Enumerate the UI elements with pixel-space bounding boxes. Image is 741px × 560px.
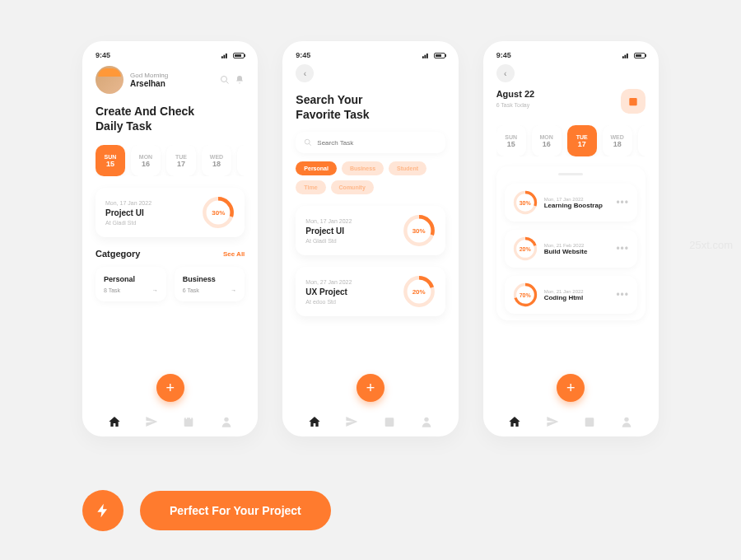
send-icon[interactable] <box>145 415 158 428</box>
progress-ring: 20% <box>513 236 538 261</box>
add-button[interactable]: + <box>557 374 585 402</box>
send-icon[interactable] <box>546 415 559 428</box>
cta-button[interactable]: Perfect For Your Project <box>140 491 331 530</box>
project-sub: At edoo Std <box>305 299 352 305</box>
project-date: Mon, 17 Jan 2022 <box>105 200 151 206</box>
day-chip[interactable]: MON16 <box>532 125 562 156</box>
task-title: Coding Html <box>544 294 610 301</box>
back-button[interactable]: ‹ <box>496 64 515 82</box>
back-button[interactable]: ‹ <box>296 64 314 82</box>
home-icon[interactable] <box>108 415 121 428</box>
day-chip[interactable]: TUE17 <box>166 145 196 176</box>
progress-pct: 30% <box>412 227 426 235</box>
day-picker: SUN15MON16TUE17WED18TUU15 <box>496 125 645 156</box>
progress-pct: 20% <box>412 288 426 296</box>
task-row[interactable]: 20%Mon, 21 Feb 2022Build Website••• <box>505 230 637 268</box>
day-chip[interactable]: WED18 <box>603 125 632 156</box>
project-date: Mon, 17 Jan 2022 <box>305 218 352 224</box>
task-row[interactable]: 70%Mon, 21 Jan 2022Coding Html••• <box>505 276 637 314</box>
day-label: SUN <box>105 154 117 160</box>
day-num: 18 <box>613 140 622 148</box>
phone-calendar: 9:45 ‹ Agust 22 6 Task Today SUN15MON16T… <box>483 41 659 436</box>
svg-rect-1 <box>224 54 226 58</box>
battery-icon <box>233 53 245 58</box>
battery-icon <box>634 53 645 58</box>
day-chip[interactable]: WED18 <box>202 145 231 176</box>
project-title: Project UI <box>105 208 151 217</box>
bottom-nav <box>496 415 645 428</box>
home-icon[interactable] <box>508 415 521 428</box>
filter-chip[interactable]: Business <box>342 161 384 175</box>
home-icon[interactable] <box>308 415 321 428</box>
add-button[interactable]: + <box>156 374 184 402</box>
day-label: WED <box>610 134 623 140</box>
progress-ring: 20% <box>403 275 436 308</box>
more-icon[interactable]: ••• <box>616 243 629 254</box>
svg-point-3 <box>221 77 227 82</box>
day-chip[interactable]: TU15 <box>237 145 245 176</box>
project-card[interactable]: Mon, 17 Jan 2022 Project UI At Gladi Std… <box>96 188 245 237</box>
see-all-link[interactable]: See All <box>223 250 245 258</box>
search-icon[interactable] <box>220 75 230 85</box>
arrow-icon: → <box>231 287 236 293</box>
category-list: Personal8 Task→Business6 Task→ <box>96 267 245 301</box>
project-card[interactable]: Mon, 27 Jan 2022UX ProjectAt edoo Std20% <box>296 267 445 316</box>
arrow-icon: → <box>152 287 158 293</box>
task-count: 6 Task Today <box>496 102 534 108</box>
day-label: SUN <box>505 134 517 140</box>
project-title: Project UI <box>305 226 352 236</box>
progress-pct: 30% <box>520 200 531 206</box>
calendar-icon[interactable] <box>583 415 596 428</box>
progress-ring: 30% <box>403 214 436 247</box>
more-icon[interactable]: ••• <box>616 289 629 301</box>
status-bar: 9:45 <box>96 51 245 59</box>
day-label: MON <box>139 154 152 160</box>
calendar-icon[interactable] <box>383 415 396 428</box>
bottom-nav <box>296 415 445 428</box>
filter-chip[interactable]: Comunity <box>331 180 374 194</box>
day-chip[interactable]: SUN15 <box>496 125 526 156</box>
search-input[interactable] <box>296 132 445 153</box>
drag-handle[interactable] <box>558 173 583 175</box>
progress-ring: 30% <box>202 196 235 229</box>
day-num: 15 <box>106 160 114 168</box>
status-bar: 9:45 <box>496 51 645 59</box>
search-field[interactable] <box>317 139 436 147</box>
filter-chip[interactable]: Personal <box>296 161 337 175</box>
day-chip[interactable]: TUE17 <box>567 125 597 156</box>
category-card[interactable]: Personal8 Task→ <box>96 267 166 301</box>
day-label: TUE <box>576 134 588 140</box>
calendar-icon[interactable] <box>182 415 195 428</box>
profile-icon[interactable] <box>420 415 433 428</box>
category-card[interactable]: Business6 Task→ <box>175 267 245 301</box>
bell-icon[interactable] <box>235 75 245 85</box>
status-time: 9:45 <box>496 51 511 59</box>
day-label: MON <box>539 134 552 140</box>
watermark: 25xt.com <box>689 239 733 251</box>
phone-search: 9:45 ‹ Search Your Favorite Task Persona… <box>282 41 458 436</box>
send-icon[interactable] <box>345 415 358 428</box>
profile-icon[interactable] <box>620 415 633 428</box>
day-picker: SUN15MON16TUE17WED18TU15 <box>96 145 245 176</box>
more-icon[interactable]: ••• <box>616 197 629 208</box>
progress-pct: 20% <box>520 246 531 252</box>
filter-chip[interactable]: Time <box>296 180 325 194</box>
profile-icon[interactable] <box>220 415 233 428</box>
project-card[interactable]: Mon, 17 Jan 2022Project UIAt Gladi Std30… <box>296 206 445 255</box>
add-button[interactable]: + <box>357 374 384 402</box>
svg-point-17 <box>424 418 428 422</box>
filter-chip[interactable]: Student <box>389 161 426 175</box>
day-chip[interactable]: TUU15 <box>638 125 645 156</box>
day-chip[interactable]: SUN15 <box>96 145 125 176</box>
day-chip[interactable]: MON16 <box>131 145 161 176</box>
bolt-icon <box>95 502 111 519</box>
svg-rect-6 <box>184 418 193 427</box>
category-title: Business <box>183 275 237 283</box>
avatar[interactable] <box>96 66 124 94</box>
task-row[interactable]: 30%Mon, 17 Jan 2022Learning Boostrap••• <box>505 184 637 222</box>
calendar-button[interactable] <box>621 89 645 114</box>
project-title: UX Project <box>305 287 352 296</box>
day-num: 15 <box>507 140 515 148</box>
svg-rect-28 <box>585 418 594 427</box>
project-sub: At Gladi Std <box>305 238 352 244</box>
